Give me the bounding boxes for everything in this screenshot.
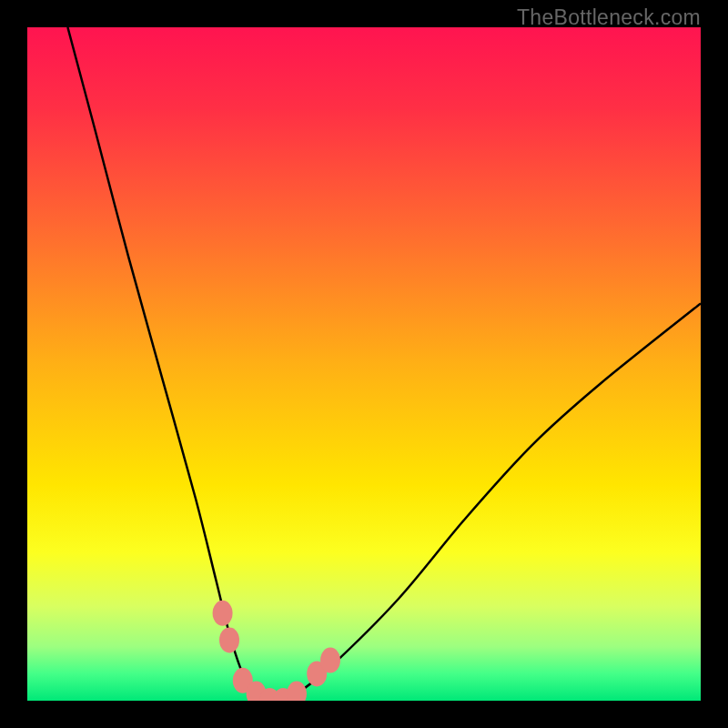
marker-point — [287, 682, 307, 701]
bottleneck-curve — [67, 27, 701, 701]
bottleneck-chart: TheBottleneck.com — [0, 0, 728, 728]
marker-point — [213, 601, 233, 626]
marker-point — [320, 648, 340, 673]
plot-area — [27, 27, 701, 701]
data-markers — [213, 601, 340, 701]
marker-point — [219, 627, 239, 652]
curve-layer — [27, 27, 701, 701]
watermark-text: TheBottleneck.com — [517, 5, 701, 30]
